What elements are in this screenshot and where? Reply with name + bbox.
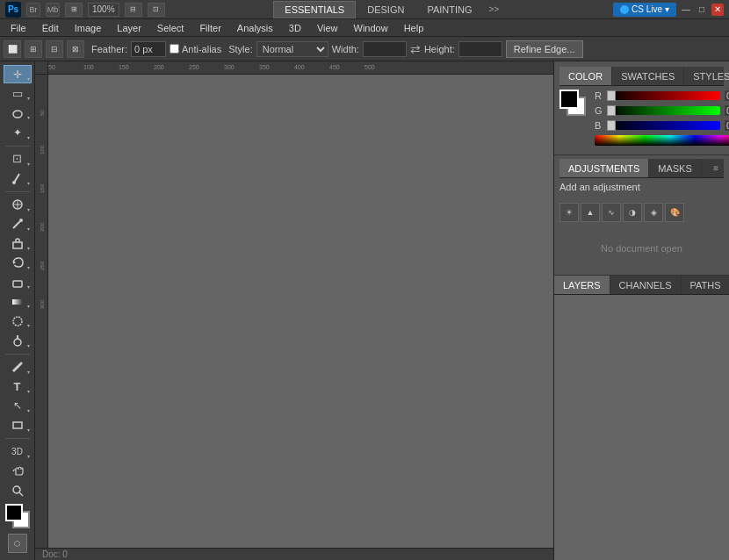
hue-sat-btn[interactable]: 🎨 [665,203,684,222]
rectangular-marquee-tool[interactable]: ▭ ▾ [4,84,32,103]
curves-btn[interactable]: ∿ [602,203,621,222]
brush-tool[interactable]: ▾ [4,215,32,233]
height-input[interactable] [458,41,502,57]
close-button[interactable]: ✕ [711,4,724,16]
tab-adjustments[interactable]: ADJUSTMENTS [559,159,649,177]
menu-edit[interactable]: Edit [35,19,66,37]
maximize-button[interactable]: □ [696,4,708,16]
adjustments-panel: ADJUSTMENTS MASKS ≡ Add an adjustment ☀ … [554,155,729,276]
menu-3d[interactable]: 3D [282,19,308,37]
path-selection-tool[interactable]: ↖ ▾ [4,397,32,415]
adjustment-icons-grid: ☀ ▲ ∿ ◑ ◈ 🎨 [559,199,724,226]
r-slider[interactable] [607,91,720,100]
tab-essentials[interactable]: ESSENTIALS [273,1,356,18]
tab-styles[interactable]: STYLES [684,67,729,85]
menu-select[interactable]: Select [150,19,191,37]
toolbar-separator-3 [5,354,30,355]
cs-live-label: CS Live [632,4,662,14]
svg-point-0 [13,111,22,118]
height-label: Height: [424,44,455,54]
new-selection-btn[interactable]: ⬜ [4,40,21,58]
blur-icon [11,315,24,327]
color-panel: COLOR SWATCHES STYLES ≡ R 0 [554,61,729,155]
levels-btn[interactable]: ▲ [581,203,600,222]
svg-point-10 [13,317,22,326]
layers-content[interactable] [554,295,729,560]
menu-file[interactable]: File [4,19,33,37]
menu-image[interactable]: Image [68,19,109,37]
pen-tool[interactable]: ▾ [4,357,32,376]
menu-filter[interactable]: Filter [192,19,227,37]
move-tool[interactable]: ✛ ▾ [4,65,32,83]
3d-tool[interactable]: 3D ▾ [4,442,32,461]
shape-icon [11,419,24,431]
arrange-btn[interactable]: ⊟ [125,3,142,17]
exposure-btn[interactable]: ◑ [623,203,642,222]
subtract-selection-btn[interactable]: ⊟ [46,40,63,58]
foreground-color-swatch[interactable] [5,504,23,521]
screen-mode-btn[interactable]: ⊡ [148,3,165,17]
style-select[interactable]: Normal Fixed Ratio Fixed Size [256,41,328,57]
feather-input[interactable] [131,41,166,57]
menu-view[interactable]: View [310,19,345,37]
bridge-icon[interactable]: Br [26,3,40,17]
b-value: 0 [724,119,729,132]
history-brush-tool[interactable]: ▾ [4,254,32,272]
magic-wand-tool[interactable]: ✦ ▾ [4,123,32,141]
type-tool[interactable]: T ▾ [4,377,32,396]
svg-point-2 [12,181,16,184]
photoshop-logo: Ps [5,2,21,18]
tab-painting[interactable]: PAINTING [415,1,483,18]
heal-brush-tool[interactable]: ▾ [4,196,32,214]
add-to-selection-btn[interactable]: ⊞ [25,40,42,58]
blur-tool[interactable]: ▾ [4,312,32,330]
quick-mask-button[interactable]: ⬡ [8,534,27,553]
b-slider[interactable] [607,121,720,130]
status-text: Doc: 0 [35,549,68,559]
brightness-contrast-btn[interactable]: ☀ [559,203,579,222]
shape-tool[interactable]: ▾ [4,416,32,434]
eraser-tool[interactable]: ▾ [4,273,32,291]
canvas-workspace[interactable] [48,75,553,548]
tab-channels[interactable]: CHANNELS [610,276,682,294]
clone-stamp-tool[interactable]: ▾ [4,234,32,253]
tab-layers[interactable]: LAYERS [554,276,610,294]
refine-edge-button[interactable]: Refine Edge... [506,40,583,58]
dodge-tool[interactable]: ▾ [4,331,32,349]
r-slider-row: R 0 [595,90,729,102]
tab-design[interactable]: DESIGN [356,1,415,18]
crop-tool[interactable]: ⊡ ▾ [4,149,32,168]
eyedropper-tool[interactable]: ▾ [4,169,32,188]
minibridge-icon[interactable]: Mb [46,3,60,17]
width-input[interactable] [363,41,407,57]
fg-color-swatch[interactable] [559,90,579,109]
minimize-button[interactable]: — [680,4,692,16]
menu-analysis[interactable]: Analysis [230,19,280,37]
intersect-selection-btn[interactable]: ⊠ [67,40,84,58]
menu-help[interactable]: Help [397,19,431,37]
menu-layer[interactable]: Layer [110,19,148,37]
style-label: Style: [228,44,253,54]
gradient-tool[interactable]: ▾ [4,292,32,311]
dodge-icon [11,334,24,347]
zoom-tool[interactable] [4,481,32,499]
g-slider[interactable] [607,106,720,115]
tab-swatches[interactable]: SWATCHES [612,67,684,85]
ruler-horizontal: 50 100 150 200 250 300 350 400 450 500 [48,61,553,75]
vibrance-btn[interactable]: ◈ [644,203,663,222]
menu-bar: File Edit Image Layer Select Filter Anal… [0,19,729,37]
view-toggle[interactable]: ⊞ [65,3,83,17]
tab-color[interactable]: COLOR [559,67,612,85]
hand-tool[interactable] [4,462,32,480]
anti-alias-checkbox[interactable] [170,44,179,54]
swap-dimensions-btn[interactable]: ⇄ [410,42,421,56]
cs-live-button[interactable]: CS Live ▾ [613,3,676,17]
adjustments-panel-menu[interactable]: ≡ [708,159,724,177]
menu-window[interactable]: Window [347,19,395,37]
more-workspaces-btn[interactable]: >> [484,3,505,16]
color-spectrum-bar[interactable] [595,135,729,146]
tab-masks[interactable]: MASKS [649,159,702,177]
fg-bg-swatches [559,90,591,118]
tab-paths[interactable]: PATHS [682,276,730,294]
lasso-tool[interactable]: ▾ [4,104,32,122]
